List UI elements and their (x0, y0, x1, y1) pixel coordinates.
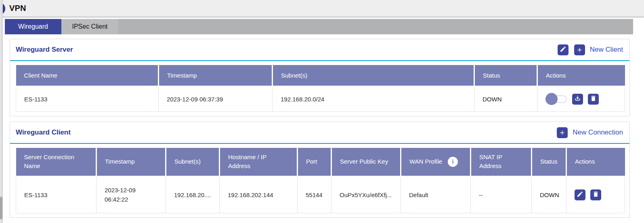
cell-snat-ip: -- (471, 176, 532, 213)
column-header-client-name: Client Name (16, 65, 159, 86)
column-header-server-public-key: Server Public Key (331, 148, 401, 176)
download-icon (574, 95, 581, 103)
delete-client-button[interactable] (588, 94, 599, 105)
new-connection-label: New Connection (573, 128, 623, 137)
tab-wireguard[interactable]: Wireguard (5, 19, 61, 34)
cell-server-connection-name: ES-1133 (16, 176, 96, 213)
scrollbar-thumb[interactable] (0, 197, 2, 219)
cell-subnets: 192.168.20.... (166, 176, 220, 213)
column-header-actions: Actions (566, 148, 625, 176)
client-table-header-row: Server Connection Name Timestamp Subnet(… (16, 148, 625, 176)
cell-status: DOWN (532, 176, 566, 213)
page-left-scrollbar[interactable] (0, 0, 3, 223)
cell-actions (566, 176, 625, 213)
wireguard-client-table: Server Connection Name Timestamp Subnet(… (16, 148, 625, 213)
toggle-knob (545, 93, 558, 105)
cell-timestamp: 2023-12-09 06:42:22 (96, 176, 166, 213)
cell-server-public-key: OuPx5YXu/e6fXfj... (331, 176, 401, 213)
download-config-button[interactable] (572, 94, 583, 105)
delete-connection-button[interactable] (590, 189, 601, 200)
section-title: Wireguard Server (16, 46, 73, 54)
wireguard-server-panel: Wireguard Server New Client Client Name … (10, 39, 630, 116)
new-connection-button[interactable]: New Connection (557, 127, 623, 138)
wireguard-client-header: Wireguard Client New Connection (10, 122, 629, 144)
server-table-row: ES-1133 2023-12-09 06:37:39 192.168.20.0… (16, 86, 625, 112)
section-title: Wireguard Client (16, 128, 71, 137)
cell-status: DOWN (474, 86, 537, 112)
column-header-subnets: Subnet(s) (273, 65, 474, 86)
client-table-row: ES-1133 2023-12-09 06:42:22 192.168.20..… (16, 176, 625, 213)
page-title: VPN (9, 4, 26, 13)
plus-icon (574, 44, 585, 55)
cell-subnets: 192.168.20.0/24 (273, 86, 474, 112)
column-header-status: Status (474, 65, 537, 86)
cell-client-name: ES-1133 (16, 86, 159, 112)
tab-ipsec-client[interactable]: IPSec Client (61, 19, 118, 34)
cell-timestamp: 2023-12-09 06:37:39 (159, 86, 273, 112)
column-header-server-connection-name: Server Connection Name (16, 148, 96, 176)
column-header-wan-profile: WAN Profile (401, 148, 471, 176)
column-header-snat-ip: SNAT IP Address (471, 148, 532, 176)
tab-bar: Wireguard IPSec Client (5, 19, 633, 34)
trash-icon (590, 95, 597, 103)
wireguard-client-panel: Wireguard Client New Connection Server C… (10, 122, 630, 218)
page-header: VPN (0, 0, 644, 17)
plus-icon (557, 127, 568, 138)
wireguard-server-header: Wireguard Server New Client (10, 39, 629, 61)
pencil-icon (560, 46, 566, 54)
info-icon[interactable] (448, 157, 458, 167)
edit-connection-button[interactable] (575, 189, 585, 200)
wireguard-server-table: Client Name Timestamp Subnet(s) Status A… (16, 65, 625, 112)
new-client-label: New Client (590, 46, 623, 54)
pencil-icon (577, 191, 583, 199)
trash-icon (592, 191, 599, 199)
column-header-port: Port (298, 148, 331, 176)
column-header-actions: Actions (537, 65, 625, 86)
cell-hostname-ip: 192.168.202.144 (220, 176, 298, 213)
wan-profile-label: WAN Profile (409, 157, 442, 166)
column-header-hostname-ip: Hostname / IP Address (220, 148, 298, 176)
edit-server-button[interactable] (558, 44, 568, 55)
column-header-timestamp: Timestamp (96, 148, 166, 176)
server-header-actions: New Client (558, 44, 623, 55)
cell-wan-profile: Default (401, 176, 471, 213)
server-table-header-row: Client Name Timestamp Subnet(s) Status A… (16, 65, 625, 86)
client-header-actions: New Connection (557, 127, 623, 138)
cell-actions (537, 86, 625, 112)
client-enable-toggle[interactable] (545, 93, 567, 105)
column-header-timestamp: Timestamp (159, 65, 273, 86)
new-client-button[interactable]: New Client (574, 44, 623, 55)
cell-port: 55144 (298, 176, 331, 213)
column-header-status: Status (532, 148, 566, 176)
column-header-subnets: Subnet(s) (166, 148, 220, 176)
